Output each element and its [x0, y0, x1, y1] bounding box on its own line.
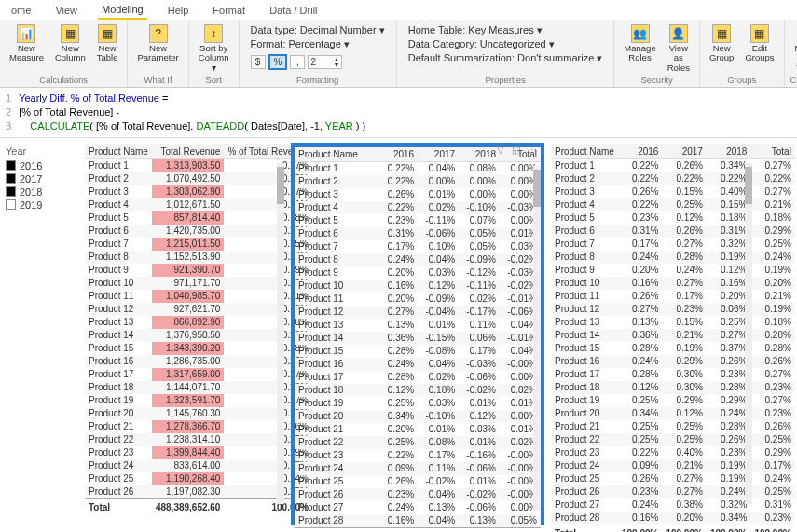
- ribbon-property[interactable]: Format: Percentage ▾: [251, 38, 385, 50]
- table-row[interactable]: Product 270.24%0.38%0.32%0.31%: [551, 498, 795, 512]
- column-header[interactable]: 2016: [369, 147, 419, 162]
- fmt-dollar-button[interactable]: $: [251, 55, 266, 69]
- table-row[interactable]: Product 120.27%-0.04%-0.17%-0.06%: [295, 306, 541, 319]
- table-row[interactable]: Product 10.22%0.04%0.08%0.00%: [295, 161, 541, 175]
- table-row[interactable]: Product 250.26%-0.02%0.01%-0.00%: [295, 475, 541, 488]
- new-group-button[interactable]: ▦NewGroup: [706, 22, 737, 65]
- fmt-pct-button[interactable]: %: [268, 54, 288, 70]
- table-row[interactable]: Product 140.36%-0.15%0.06%-0.01%: [295, 332, 541, 345]
- new-measure-button[interactable]: 📊NewMeasure: [6, 22, 48, 65]
- table-row[interactable]: Product 160.24%0.29%0.26%0.26%: [551, 355, 795, 368]
- table-row[interactable]: Product 50.23%-0.11%0.07%0.00%: [295, 214, 541, 227]
- table-row[interactable]: Product 40.22%0.02%-0.10%-0.03%: [295, 201, 541, 214]
- table-row[interactable]: Product 30.26%0.01%0.00%0.00%: [295, 188, 541, 201]
- table-row[interactable]: Product 220.25%-0.08%0.01%-0.02%: [295, 436, 541, 449]
- table-row[interactable]: Product 240.09%0.11%-0.06%-0.00%: [295, 462, 541, 475]
- table-row[interactable]: Product 110.20%-0.09%0.02%-0.01%: [295, 293, 541, 306]
- table-row[interactable]: Product 80.24%0.28%0.19%0.24%: [551, 251, 795, 264]
- table-row[interactable]: Product 20.22%0.22%0.22%0.22%: [551, 172, 795, 185]
- table-row[interactable]: Product 230.22%0.17%-0.16%-0.00%: [295, 449, 541, 462]
- edit-groups-button[interactable]: ▦EditGroups: [741, 22, 777, 65]
- table-row[interactable]: Product 60.31%-0.06%0.05%0.01%: [295, 227, 541, 240]
- formula-bar[interactable]: 123 Yearly Diff. % of Total Revenue = [%…: [0, 88, 797, 138]
- viewas-roles-button[interactable]: 👤View asRoles: [664, 22, 694, 75]
- slicer-item-2016[interactable]: 2016: [6, 160, 76, 171]
- visual-header[interactable]: ▽◱⋯: [497, 144, 537, 155]
- table-row[interactable]: Product 190.25%0.03%0.01%0.01%: [295, 397, 541, 410]
- scrollbar[interactable]: [277, 163, 284, 504]
- table-row[interactable]: Product 280.16%0.04%0.13%0.05%: [295, 514, 541, 528]
- table-row[interactable]: Product 210.20%-0.01%0.03%0.01%: [295, 423, 541, 436]
- table-row[interactable]: Product 240.09%0.21%0.19%0.17%: [551, 459, 795, 472]
- table-row[interactable]: Product 100.16%0.12%-0.11%-0.02%: [295, 280, 541, 293]
- sortby-column-button[interactable]: ↕Sort byColumn ▾: [195, 22, 233, 75]
- tab-help[interactable]: Help: [164, 2, 193, 19]
- column-header[interactable]: Product Name: [551, 144, 618, 159]
- table-row[interactable]: Product 110.26%0.17%0.20%0.21%: [551, 290, 795, 303]
- table-row[interactable]: Product 280.16%0.20%0.34%0.23%: [551, 512, 795, 525]
- table-row[interactable]: Product 50.23%0.12%0.18%0.18%: [551, 211, 795, 225]
- table-row[interactable]: Product 130.13%0.15%0.25%0.18%: [551, 316, 795, 329]
- slicer-item-2018[interactable]: 2018: [6, 186, 76, 198]
- slicer-item-2017[interactable]: 2017: [6, 173, 76, 184]
- table-row[interactable]: Product 260.23%0.04%-0.02%-0.00%: [295, 488, 541, 501]
- table-row[interactable]: Product 30.26%0.15%0.40%0.27%: [551, 185, 795, 198]
- decimals-spinner[interactable]: ▲▼: [308, 55, 342, 69]
- table-row[interactable]: Product 230.22%0.40%0.23%0.29%: [551, 446, 795, 459]
- table-row[interactable]: Product 180.12%0.30%0.28%0.23%: [551, 381, 795, 394]
- tab-modeling[interactable]: Modeling: [98, 1, 147, 20]
- table-row[interactable]: Product 200.34%0.12%0.24%0.23%: [551, 407, 795, 420]
- tab-ome[interactable]: ome: [7, 2, 34, 19]
- column-header[interactable]: 2018: [707, 144, 750, 159]
- table-total-revenue[interactable]: Product NameTotal Revenue% of Total Reve…: [84, 143, 285, 516]
- table-row[interactable]: Product 260.23%0.27%0.24%0.25%: [551, 485, 795, 498]
- table-row[interactable]: Product 200.34%-0.10%0.12%0.00%: [295, 410, 541, 423]
- ribbon-property[interactable]: Data Category: Uncategorized ▾: [408, 38, 603, 50]
- table-yearly-diff[interactable]: ▽◱⋯ Product Name201620172018TotalProduct…: [291, 143, 544, 525]
- table-row[interactable]: Product 10.22%0.26%0.34%0.27%: [551, 158, 795, 172]
- table-pct-by-year[interactable]: Product Name201620172018TotalProduct 10.…: [550, 143, 753, 516]
- column-header[interactable]: 2018: [459, 147, 500, 162]
- table-row[interactable]: Product 90.20%0.03%-0.12%-0.03%: [295, 266, 541, 280]
- column-header[interactable]: Total Revenue: [152, 144, 225, 159]
- table-row[interactable]: Product 220.25%0.25%0.26%0.25%: [551, 433, 795, 446]
- table-row[interactable]: Product 170.28%0.02%-0.06%0.00%: [295, 371, 541, 384]
- scrollbar[interactable]: [745, 163, 752, 504]
- tab-datadrill[interactable]: Data / Drill: [266, 2, 321, 19]
- table-row[interactable]: Product 150.28%-0.08%0.17%0.04%: [295, 345, 541, 358]
- table-row[interactable]: Product 170.28%0.30%0.23%0.27%: [551, 368, 795, 381]
- table-row[interactable]: Product 80.24%0.04%-0.09%-0.02%: [295, 253, 541, 266]
- table-row[interactable]: Product 210.25%0.25%0.28%0.26%: [551, 420, 795, 433]
- column-header[interactable]: Total: [750, 144, 794, 159]
- fmt-comma-button[interactable]: ,: [290, 55, 305, 69]
- table-row[interactable]: Product 70.17%0.27%0.32%0.25%: [551, 238, 795, 251]
- table-row[interactable]: Product 70.17%0.10%0.05%0.03%: [295, 240, 541, 253]
- scrollbar[interactable]: [533, 166, 541, 511]
- ribbon-property[interactable]: Default Summarization: Don't summarize ▾: [408, 52, 603, 64]
- new-column-button[interactable]: ▦NewColumn: [51, 22, 89, 65]
- table-row[interactable]: Product 60.31%0.26%0.31%0.29%: [551, 225, 795, 238]
- table-row[interactable]: Product 90.20%0.24%0.12%0.19%: [551, 264, 795, 277]
- table-row[interactable]: Product 20.22%0.00%0.00%0.00%: [295, 175, 541, 188]
- year-slicer[interactable]: Year 2016201720182019: [4, 143, 78, 214]
- table-row[interactable]: Product 250.26%0.27%0.19%0.24%: [551, 472, 795, 485]
- table-row[interactable]: Product 140.36%0.21%0.27%0.28%: [551, 329, 795, 342]
- markas-datetable-button[interactable]: 📅Mark asDate Table ▾: [790, 22, 797, 75]
- ribbon-property[interactable]: Data type: Decimal Number ▾: [251, 24, 385, 36]
- new-table-button[interactable]: ▦NewTable: [93, 22, 122, 65]
- tab-format[interactable]: Format: [209, 2, 249, 19]
- table-row[interactable]: Product 270.24%0.13%-0.06%0.00%: [295, 501, 541, 514]
- column-header[interactable]: 2017: [662, 144, 706, 159]
- tab-view[interactable]: View: [51, 2, 81, 19]
- table-row[interactable]: Product 130.13%0.01%0.11%0.04%: [295, 319, 541, 332]
- slicer-item-2019[interactable]: 2019: [6, 199, 76, 211]
- table-row[interactable]: Product 180.12%0.18%-0.02%0.02%: [295, 384, 541, 397]
- table-row[interactable]: Product 100.16%0.27%0.16%0.20%: [551, 277, 795, 290]
- ribbon-property[interactable]: Home Table: Key Measures ▾: [408, 24, 603, 36]
- table-row[interactable]: Product 40.22%0.25%0.15%0.21%: [551, 198, 795, 211]
- table-row[interactable]: Product 190.25%0.29%0.29%0.27%: [551, 394, 795, 407]
- column-header[interactable]: Product Name: [295, 147, 369, 162]
- table-row[interactable]: Product 120.27%0.23%0.06%0.19%: [551, 303, 795, 316]
- table-row[interactable]: Product 160.24%0.04%-0.03%-0.00%: [295, 358, 541, 371]
- column-header[interactable]: 2016: [618, 144, 662, 159]
